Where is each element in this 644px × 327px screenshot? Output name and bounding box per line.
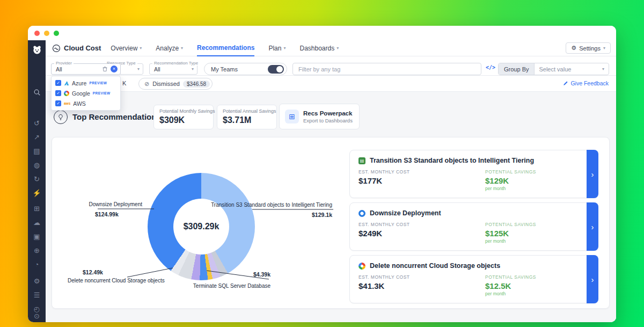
powerpack-icon: ⊞ [285,110,299,123]
est-monthly-cost-label: EST. MONTHLY COST [358,222,576,227]
content-area: Top Recommendations Potential Monthly Sa… [46,92,616,322]
window-titlebar [28,26,616,40]
mascot-logo-icon[interactable] [32,45,42,57]
potential-savings-value: $129K [485,176,536,185]
callout-right-name: Transition S3 Standard objects to Intell… [211,202,332,208]
provider-option-aws[interactable]: ✓ aws AWS [52,98,120,108]
recommendation-title: Transition S3 Standard objects to Intell… [370,157,534,164]
switch-knob [276,66,283,72]
provider-option-azure[interactable]: ✓ Azure PREVIEW [52,78,120,88]
callout-left-name: Downsize Deployment [89,201,143,207]
layers-icon[interactable]: ▣ [33,233,40,240]
section-title: Top Recommendations [72,112,161,121]
dismissed-icon: ⊘ [144,81,149,88]
potential-savings-label: POTENTIAL SAVINGS [485,169,536,175]
chevron-down-icon: ▾ [283,46,286,50]
recommendation-card[interactable]: ▤ Transition S3 Standard objects to Inte… [349,150,598,198]
nav-plan[interactable]: Plan▾ [268,40,286,56]
pencil-icon [563,81,568,86]
gear-icon: ⚙ [571,45,576,52]
minimize-window-button[interactable] [44,31,49,36]
trash-icon[interactable] [102,66,108,72]
chevron-right-icon: › [591,170,594,179]
google-cloud-storage-icon [358,263,365,270]
annual-savings-value: $3.71M [223,115,271,125]
reports-icon[interactable]: ▤ [33,148,40,155]
chevron-down-icon: ▾ [336,46,339,50]
tag-filter-input[interactable] [292,63,481,75]
cloud-cost-logo-icon [52,44,61,53]
chevron-down-icon: ▾ [602,67,604,71]
menu-icon[interactable]: ☰ [34,292,40,299]
nav-recommendations[interactable]: Recommendations [197,40,254,56]
zoom-window-button[interactable] [54,31,59,36]
recommendations-panel: $309.29k Downsize Deployment $124.99k Tr… [52,137,610,309]
my-teams-switch[interactable] [268,65,284,74]
callout-bottom-right-name: Terminate SQL Server Database [193,283,270,289]
per-month-label: per month [485,238,536,244]
chevron-down-icon: ▾ [137,67,140,71]
refresh-icon[interactable]: ↻ [34,176,40,183]
azure-icon [64,81,69,86]
callout-right-value: $129.1k [312,212,332,218]
open-recommendation-button[interactable]: › [587,202,598,251]
partially-hidden-pill[interactable]: K [122,80,126,86]
recommendation-type-select[interactable]: Recommendation Type All ▾ [149,63,197,75]
my-teams-toggle-pill[interactable]: My Teams [204,63,287,75]
give-feedback-link[interactable]: Give Feedback [563,80,609,86]
open-recommendation-button[interactable]: › [587,255,598,303]
google-icon [64,91,69,96]
help-icon[interactable]: ⊙ [34,313,40,319]
callout-left-value: $124.99k [95,211,119,217]
est-monthly-cost-label: EST. MONTHLY COST [358,274,576,280]
nav-analyze[interactable]: Analyze▾ [156,40,183,56]
close-window-button[interactable] [34,31,40,36]
annual-savings-card: Potential Annual Savings $3.71M [217,105,277,129]
dismissed-pill[interactable]: ⊘ Dismissed $346.58 [138,78,213,90]
per-month-label: per month [485,186,536,191]
trend-icon[interactable]: ↗ [34,134,40,141]
deployment-icon [358,210,365,217]
usage-icon[interactable]: ◔ [35,261,39,268]
recommendation-card[interactable]: Downsize Deployment EST. MONTHLY COST $2… [349,202,598,251]
apps-icon[interactable]: ⊞ [34,205,40,212]
recommendation-card[interactable]: Delete noncurrent Cloud Storage objects … [349,255,598,303]
provider-select[interactable]: Provider All × [51,63,121,75]
app-sidebar: ↺ ↗ ▤ ◍ ↻ ⚡ ⊞ ☁ ▣ ⊕ ◔ ⚙ ☰ ◴ ⊙ M [28,40,46,322]
code-filter-icon[interactable]: </> [486,64,495,70]
monthly-savings-card: Potential Monthly Savings $309K [153,105,214,129]
checkbox-checked-icon[interactable]: ✓ [55,90,61,96]
add-icon[interactable]: ⊕ [34,247,40,254]
est-monthly-cost-value: $249K [358,229,576,238]
provider-value: All [56,66,99,72]
group-by-select[interactable]: Group By Select value▾ [498,63,609,75]
chevron-down-icon: ▾ [603,46,605,50]
app-title: Cloud Cost [64,44,101,52]
potential-savings-label: POTENTIAL SAVINGS [485,222,536,227]
aws-icon: aws [64,101,70,105]
checkbox-checked-icon[interactable]: ✓ [55,100,61,106]
est-monthly-cost-label: EST. MONTHLY COST [358,169,576,175]
nav-dashboards[interactable]: Dashboards▾ [299,40,339,56]
chevron-down-icon: ▾ [181,46,183,50]
chevron-down-icon: ▾ [140,46,142,50]
search-icon[interactable] [33,89,41,98]
potential-savings-value: $12.5K [485,281,536,290]
provider-label: Provider [54,61,74,66]
monthly-savings-value: $309K [159,115,208,125]
clear-selection-icon[interactable]: × [111,66,118,72]
checkbox-checked-icon[interactable]: ✓ [55,80,61,86]
nav-overview[interactable]: Overview▾ [111,40,142,56]
provider-option-google[interactable]: ✓ Google PREVIEW [52,88,120,98]
cloud-icon[interactable]: ☁ [33,219,40,226]
globe-icon[interactable]: ◍ [34,162,40,169]
open-recommendation-button[interactable]: › [587,150,598,198]
group-by-value: Select value [539,66,571,72]
callout-bottom-right-value: $4.39k [253,271,270,278]
history-icon[interactable]: ↺ [34,120,40,127]
provider-dropdown-open: Provider All × ✓ Azure PREVIEW ✓ [51,63,121,111]
recs-powerpack-button[interactable]: ⊞ Recs Powerpack Export to Dashboards [279,104,360,129]
settings-button[interactable]: ⚙ Settings ▾ [566,42,611,54]
recommendations-icon[interactable]: ⚡ [32,190,41,197]
admin-icon[interactable]: ⚙ [34,278,40,285]
